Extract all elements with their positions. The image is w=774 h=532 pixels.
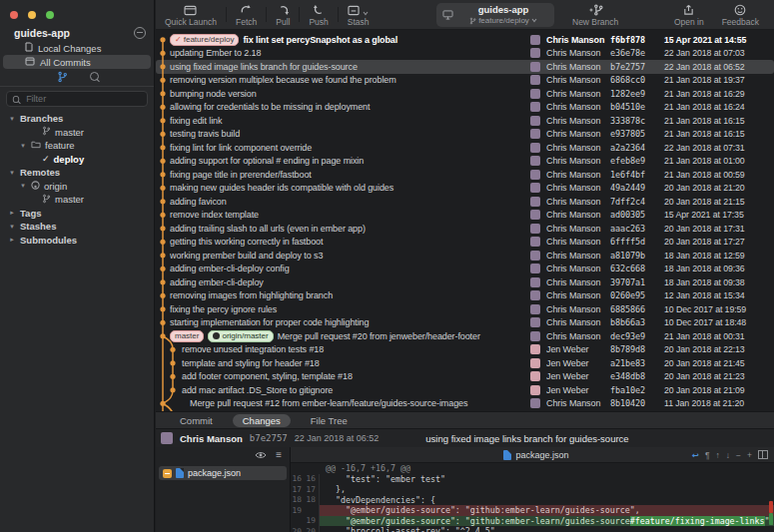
chevron-down-icon: ▾ [8,169,16,177]
new-branch-icon [588,3,603,16]
github-icon [213,332,220,339]
commit-row[interactable]: Merge pull request #12 from ember-learn/… [156,397,774,411]
eye-icon[interactable] [255,451,267,459]
minimize-button[interactable] [28,11,36,19]
zoom-button[interactable] [46,11,54,19]
fetch-button[interactable]: Fetch [227,0,266,30]
commit-hash: 333878c [610,116,664,126]
commit-row[interactable]: bumping node versionChris Manson1282ee92… [156,87,774,101]
commit-author: Chris Manson [546,75,610,85]
commit-row[interactable]: fixing the percy ignore rulesChris Manso… [156,302,774,316]
quick-launch-icon [184,3,197,16]
collapse-hunks-icon[interactable]: − [736,450,741,460]
commit-row[interactable]: fixing lint for link component overrideC… [156,141,774,155]
tree-item-feature[interactable]: ▾feature [0,139,154,153]
diff-line-text: "devDependencies": { [319,495,774,506]
repo-branch-switcher[interactable]: guides-app feature/deploy [436,3,554,27]
tree-item-master[interactable]: master [0,126,154,140]
tree-item-label: Tags [20,208,41,219]
commit-row[interactable]: fixing edit linkChris Manson333878c21 Ja… [156,114,774,128]
commit-message: masterorigin/masterMerge pull request #2… [170,330,530,342]
close-button[interactable] [10,11,18,19]
commit-message: making new guides header ids compatible … [170,183,530,193]
collapse-repo-icon[interactable] [134,27,146,39]
modified-status-icon [163,469,172,478]
commit-date: 18 Jan 2018 at 09:38 [664,277,774,287]
commit-row[interactable]: adding support for optional # ending in … [156,155,774,169]
tree-item-origin[interactable]: ▾origin [0,180,154,194]
commit-row[interactable]: remove index templateChris Mansonad00305… [156,209,774,223]
commit-row[interactable]: updating Ember to 2.18Chris Mansone36e78… [156,47,774,61]
commit-row[interactable]: add footer component, styling, template … [156,370,774,384]
split-view-icon[interactable] [758,450,768,459]
commit-row[interactable]: starting implementation for proper code … [156,316,774,330]
tab-commit[interactable]: Commit [170,414,223,427]
commit-row[interactable]: using fixed image links branch for guide… [156,60,774,74]
sidebar-item-local-changes[interactable]: Local Changes [3,41,151,55]
branch-badge-origin-master: origin/master [208,330,273,342]
feedback-button[interactable]: Feedback [713,0,768,30]
commit-author: Chris Manson [546,62,610,72]
commit-author: Chris Manson [546,116,610,126]
pilcrow-icon[interactable]: ¶ [705,450,710,460]
list-view-icon[interactable]: ≡ [276,450,282,460]
commit-row[interactable]: removing images from highlighting branch… [156,289,774,303]
commit-row[interactable]: testing travis buildChris Mansone9378052… [156,128,774,142]
commit-row[interactable]: working prember build and deploy to s3Ch… [156,249,774,263]
branch-filter-icon[interactable] [57,71,68,83]
commit-message: remove unused integration tests #18 [170,344,530,354]
tree-item-branches[interactable]: ▾Branches [0,112,154,126]
open-in-button[interactable]: Open in [665,0,713,30]
push-button[interactable]: Push [300,0,337,30]
commit-row[interactable]: adding ember-cli-deployChris Manson39707… [156,275,774,289]
commit-row[interactable]: adding faviconChris Manson7dff2c420 Jan … [156,195,774,209]
commit-date: 20 Jan 2018 at 17:27 [664,237,774,247]
tree-item-stashes[interactable]: ▾Stashes [0,220,154,234]
commit-date: 21 Jan 2018 at 19:37 [664,75,774,85]
filter-field[interactable] [6,91,148,107]
wrap-lines-icon[interactable]: ↩ [692,450,699,460]
commit-row[interactable]: remove unused integration tests #18Jen W… [156,343,774,357]
tab-file-tree[interactable]: File Tree [301,414,358,427]
commit-row[interactable]: making new guides header ids compatible … [156,182,774,196]
commit-row[interactable]: fixing page title in prerender/fastbootC… [156,168,774,182]
new-line-number: 16 [305,474,319,483]
chevron-down-icon: ▾ [8,115,16,123]
avatar [530,75,540,85]
commit-row[interactable]: allowing for credentials to be missing i… [156,101,774,115]
commit-row[interactable]: ✓feature/deployfix lint set percySnapsho… [156,33,774,47]
commit-row[interactable]: removing version multiplex because we fo… [156,74,774,88]
tree-item-submodules[interactable]: ▸Submodules [0,234,154,248]
search-icon[interactable] [90,72,99,81]
expand-hunks-icon[interactable]: + [747,450,752,460]
pull-button[interactable]: Pull [267,0,299,30]
commit-row[interactable]: template and styling for header #18Jen W… [156,356,774,370]
diff-line-text: "test": "ember test" [319,474,774,485]
quick-launch-button[interactable]: Quick Launch [156,0,226,30]
new-branch-button[interactable]: New Branch [563,0,627,30]
tree-item-master[interactable]: master [0,193,154,207]
file-name: package.json [188,468,241,478]
chevron-down-icon [531,18,537,23]
prev-change-icon[interactable]: ↑ [716,450,720,460]
tab-changes[interactable]: Changes [233,414,291,427]
changed-file-row[interactable]: package.json [159,466,287,480]
commit-date: 15 Apr 2021 at 17:35 [664,210,774,220]
stash-button[interactable]: Stash [339,0,379,30]
commit-row[interactable]: add mac artifact .DS_Store to gitignoreJ… [156,383,774,397]
tree-item-deploy[interactable]: ✓deploy [0,153,154,167]
filter-input[interactable] [24,93,142,105]
sidebar-item-all-commits[interactable]: All Commits [3,55,151,69]
commit-message: remove index template [170,210,530,220]
tree-item-remotes[interactable]: ▾Remotes [0,166,154,180]
commit-row[interactable]: masterorigin/masterMerge pull request #2… [156,329,774,343]
commit-author: Chris Manson [546,210,610,220]
next-change-icon[interactable]: ↓ [726,450,730,460]
push-icon [313,3,326,16]
commit-row[interactable]: adding ember-cli-deploy configChris Mans… [156,263,774,276]
commit-row[interactable]: getting this working correctly in fastbo… [156,236,774,250]
commit-row[interactable]: adding trailing slash to all urls (even … [156,222,774,236]
tree-item-tags[interactable]: ▸Tags [0,207,154,221]
commit-message: adding favicon [170,197,530,207]
commit-date: 22 Jan 2018 at 06:52 [295,433,380,443]
